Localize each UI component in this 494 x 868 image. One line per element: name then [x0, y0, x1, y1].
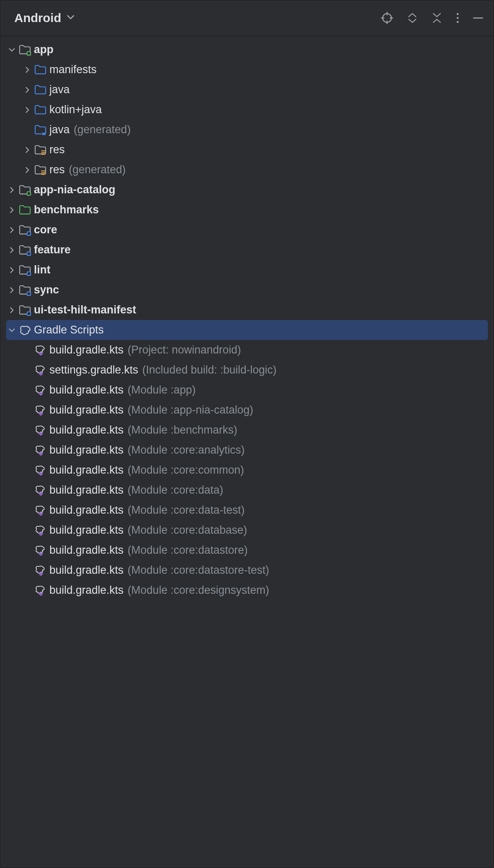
gradle-file-icon — [33, 444, 48, 456]
tree-item[interactable]: build.gradle.kts(Module :core:datastore) — [0, 540, 494, 560]
tree-item-label: build.gradle.kts — [49, 464, 124, 477]
tree-item-label: java — [49, 123, 70, 136]
tree-item[interactable]: build.gradle.kts(Module :core:database) — [0, 520, 494, 540]
tree-item[interactable]: build.gradle.kts(Module :core:data-test) — [0, 500, 494, 520]
tree-item[interactable]: build.gradle.kts(Module :app-nia-catalog… — [0, 400, 494, 420]
tree-item[interactable]: build.gradle.kts(Project: nowinandroid) — [0, 340, 494, 360]
gradle-file-icon — [33, 584, 48, 597]
options-icon[interactable] — [456, 12, 459, 24]
tree-item[interactable]: kotlin+java — [0, 100, 494, 120]
tree-item[interactable]: settings.gradle.kts(Included build: :bui… — [0, 360, 494, 380]
gradle-file-icon — [33, 484, 48, 497]
tree-item[interactable]: java(generated) — [0, 120, 494, 140]
tree-item[interactable]: Gradle Scripts — [6, 320, 488, 340]
folder-res-icon — [33, 164, 48, 176]
module-group-icon — [18, 304, 32, 316]
tree-item-suffix: (Module :core:data) — [128, 484, 223, 497]
tree-item[interactable]: ui-test-hilt-manifest — [0, 300, 494, 320]
tree-item-label: manifests — [49, 63, 97, 76]
view-title: Android — [14, 11, 61, 25]
tree-item[interactable]: build.gradle.kts(Module :core:datastore-… — [0, 560, 494, 580]
folder-res-icon — [33, 144, 48, 156]
tree-item-suffix: (Project: nowinandroid) — [128, 344, 241, 356]
panel-actions — [381, 12, 483, 24]
tree-item-suffix: (Module :core:datastore-test) — [128, 564, 269, 577]
expand-arrow-icon[interactable] — [6, 266, 18, 274]
select-opened-file-icon[interactable] — [381, 12, 393, 24]
collapse-arrow-icon[interactable] — [6, 327, 18, 334]
tree-item[interactable]: build.gradle.kts(Module :core:designsyst… — [0, 580, 494, 600]
tree-item-label: build.gradle.kts — [49, 484, 124, 497]
tree-item[interactable]: lint — [0, 260, 494, 280]
panel-header: Android — [0, 0, 494, 36]
tree-item-label: java — [49, 83, 70, 96]
tree-item-suffix: (Included build: :build-logic) — [142, 364, 277, 376]
tree-item[interactable]: res — [0, 140, 494, 160]
tree-item-label: benchmarks — [34, 204, 99, 216]
tree-item-suffix: (Module :core:data-test) — [128, 504, 245, 517]
expand-arrow-icon[interactable] — [22, 66, 33, 74]
tree-item-label: kotlin+java — [49, 103, 102, 116]
tree-item-suffix: (generated) — [74, 123, 131, 136]
gradle-file-icon — [33, 424, 48, 436]
tree-item-label: app — [34, 43, 53, 56]
project-tree: appmanifestsjavakotlin+javajava(generate… — [0, 36, 494, 600]
tree-item-label: build.gradle.kts — [49, 544, 124, 557]
tree-item-suffix: (generated) — [69, 163, 126, 176]
collapse-all-icon[interactable] — [432, 12, 442, 24]
expand-all-icon[interactable] — [407, 12, 418, 24]
expand-arrow-icon[interactable] — [6, 286, 18, 294]
tree-item[interactable]: build.gradle.kts(Module :core:analytics) — [0, 440, 494, 460]
tree-item-suffix: (Module :core:database) — [128, 524, 247, 537]
tree-item-suffix: (Module :benchmarks) — [128, 424, 238, 436]
gradle-file-icon — [33, 464, 48, 477]
tree-item[interactable]: build.gradle.kts(Module :app) — [0, 380, 494, 400]
tree-item[interactable]: sync — [0, 280, 494, 300]
expand-arrow-icon[interactable] — [6, 246, 18, 254]
expand-arrow-icon[interactable] — [6, 206, 18, 214]
expand-arrow-icon[interactable] — [6, 186, 18, 194]
gradle-file-icon — [33, 564, 48, 577]
expand-arrow-icon[interactable] — [22, 146, 33, 154]
expand-arrow-icon[interactable] — [6, 226, 18, 234]
tree-item-suffix: (Module :app) — [128, 384, 196, 396]
view-selector[interactable]: Android — [14, 11, 75, 25]
expand-arrow-icon[interactable] — [6, 306, 18, 314]
tree-item[interactable]: res(generated) — [0, 160, 494, 180]
expand-arrow-icon[interactable] — [22, 166, 33, 174]
tree-item-label: build.gradle.kts — [49, 504, 124, 517]
tree-item[interactable]: app-nia-catalog — [0, 180, 494, 200]
tree-item-label: build.gradle.kts — [49, 344, 124, 356]
tree-item-label: build.gradle.kts — [49, 444, 124, 456]
module-group-icon — [18, 264, 32, 276]
module-icon — [18, 184, 32, 196]
tree-item-label: build.gradle.kts — [49, 424, 124, 436]
tree-item-label: lint — [34, 264, 51, 276]
tree-item[interactable]: app — [0, 40, 494, 60]
tree-item[interactable]: build.gradle.kts(Module :benchmarks) — [0, 420, 494, 440]
tree-item[interactable]: core — [0, 220, 494, 240]
gradle-file-icon — [33, 384, 48, 396]
gradle-file-icon — [33, 404, 48, 416]
tree-item[interactable]: feature — [0, 240, 494, 260]
tree-item-suffix: (Module :core:datastore) — [128, 544, 248, 557]
module-group-icon — [18, 224, 32, 236]
module-group-icon — [18, 284, 32, 296]
tree-item-label: core — [34, 224, 57, 236]
collapse-arrow-icon[interactable] — [6, 46, 18, 54]
tree-item[interactable]: java — [0, 80, 494, 100]
expand-arrow-icon[interactable] — [22, 106, 33, 114]
gradle-file-icon — [33, 544, 48, 557]
tree-item[interactable]: build.gradle.kts(Module :core:common) — [0, 460, 494, 480]
expand-arrow-icon[interactable] — [22, 86, 33, 94]
module-group-icon — [18, 244, 32, 256]
gradle-icon — [18, 324, 32, 336]
tree-item-label: Gradle Scripts — [34, 324, 104, 336]
tree-item[interactable]: benchmarks — [0, 200, 494, 220]
tree-item[interactable]: build.gradle.kts(Module :core:data) — [0, 480, 494, 500]
tree-item-label: build.gradle.kts — [49, 584, 124, 597]
tree-item[interactable]: manifests — [0, 60, 494, 80]
tree-item-label: feature — [34, 244, 71, 256]
folder-icon — [33, 104, 48, 116]
minimize-icon[interactable] — [473, 17, 483, 19]
